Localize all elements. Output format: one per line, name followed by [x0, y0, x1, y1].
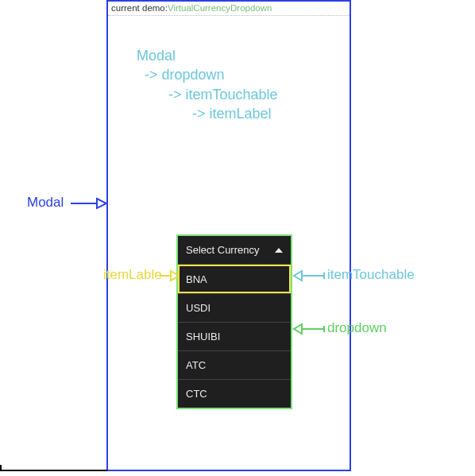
- caret-up-icon: [275, 248, 283, 253]
- svg-marker-8: [294, 324, 302, 334]
- item-label: ATC: [186, 359, 206, 371]
- dropdown-list: BNA USDI SHUIBI ATC CTC: [178, 265, 291, 408]
- dropdown-header[interactable]: Select Currency: [178, 236, 291, 265]
- decorative-line: [0, 470, 107, 471]
- item-label: CTC: [186, 388, 207, 400]
- dropdown-title: Select Currency: [186, 244, 259, 256]
- arrow-icon: [68, 195, 106, 211]
- annotation-modal-label: Modal: [27, 195, 64, 211]
- hierarchy-text: Modal -> dropdown -> itemTouchable -> it…: [137, 46, 278, 123]
- annotation-itemlable-label: itemLable: [103, 267, 162, 283]
- arrow-icon: [292, 322, 326, 336]
- hierarchy-l3: -> itemTouchable: [137, 85, 278, 104]
- dropdown-item[interactable]: SHUIBI: [178, 322, 291, 350]
- dropdown-item[interactable]: ATC: [178, 350, 291, 379]
- hierarchy-l1: Modal: [137, 46, 278, 65]
- item-label: USDI: [186, 302, 210, 314]
- demo-header: current demo:VirtualCurrencyDropdown: [108, 2, 349, 16]
- demo-header-name: VirtualCurrencyDropdown: [168, 3, 272, 13]
- decorative-line: [0, 465, 2, 471]
- dropdown-item[interactable]: BNA: [178, 265, 291, 293]
- hierarchy-l2: -> dropdown: [137, 65, 278, 84]
- svg-marker-5: [294, 271, 302, 281]
- dropdown-item[interactable]: CTC: [178, 379, 291, 408]
- item-label: SHUIBI: [186, 331, 220, 342]
- hierarchy-l4: -> itemLabel: [137, 104, 278, 123]
- demo-header-prefix: current demo:: [111, 3, 168, 13]
- dropdown-item[interactable]: USDI: [178, 293, 291, 322]
- annotation-itemtouchable-label: itemTouchable: [327, 267, 415, 283]
- annotation-dropdown-label: dropdown: [327, 320, 387, 336]
- item-label: BNA: [186, 273, 207, 285]
- arrow-icon: [158, 269, 179, 283]
- dropdown: Select Currency BNA USDI SHUIBI ATC CTC: [176, 234, 292, 409]
- svg-marker-1: [97, 199, 106, 208]
- svg-marker-3: [171, 271, 179, 281]
- arrow-icon: [292, 269, 326, 283]
- diagram-stage: current demo:VirtualCurrencyDropdown Mod…: [0, 0, 475, 476]
